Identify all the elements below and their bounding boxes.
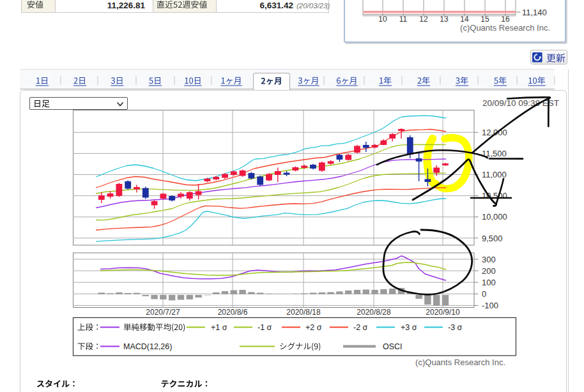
svg-text:12,000: 12,000 — [482, 128, 507, 137]
svg-text:200: 200 — [482, 266, 496, 276]
svg-text:10,000: 10,000 — [482, 212, 507, 222]
svg-text:-1 σ: -1 σ — [257, 323, 272, 332]
svg-text:0: 0 — [482, 289, 486, 299]
svg-text:2020/8/28: 2020/8/28 — [357, 308, 391, 317]
svg-text:2020/9/10: 2020/9/10 — [426, 308, 460, 317]
svg-text:+1 σ: +1 σ — [211, 323, 227, 332]
svg-text:11,226.81: 11,226.81 — [107, 1, 146, 10]
svg-text:9,500: 9,500 — [482, 234, 503, 243]
svg-text:2020/8/18: 2020/8/18 — [286, 308, 321, 317]
svg-text:-100: -100 — [482, 301, 498, 310]
svg-text:+3 σ: +3 σ — [401, 323, 417, 332]
svg-text:2020/7/27: 2020/7/27 — [146, 308, 180, 317]
svg-text:-2 σ: -2 σ — [353, 323, 368, 332]
svg-text:11,140: 11,140 — [522, 8, 547, 17]
svg-text:OSCI: OSCI — [383, 342, 403, 351]
svg-text:+2 σ: +2 σ — [305, 323, 322, 332]
svg-text:(20/03/23): (20/03/23) — [296, 2, 330, 10]
svg-text:MACD(12,26): MACD(12,26) — [123, 342, 172, 351]
svg-text:(c)Quants Research Inc.: (c)Quants Research Inc. — [415, 358, 505, 367]
svg-text:2020/8/6: 2020/8/6 — [218, 308, 248, 317]
svg-text:(c)Quants Research Inc.: (c)Quants Research Inc. — [460, 23, 550, 33]
svg-text:-3 σ: -3 σ — [448, 323, 463, 332]
svg-text:11,000: 11,000 — [482, 170, 507, 179]
svg-text:300: 300 — [482, 255, 496, 264]
svg-text:100: 100 — [482, 278, 496, 287]
svg-text:6,631.42: 6,631.42 — [259, 1, 293, 10]
